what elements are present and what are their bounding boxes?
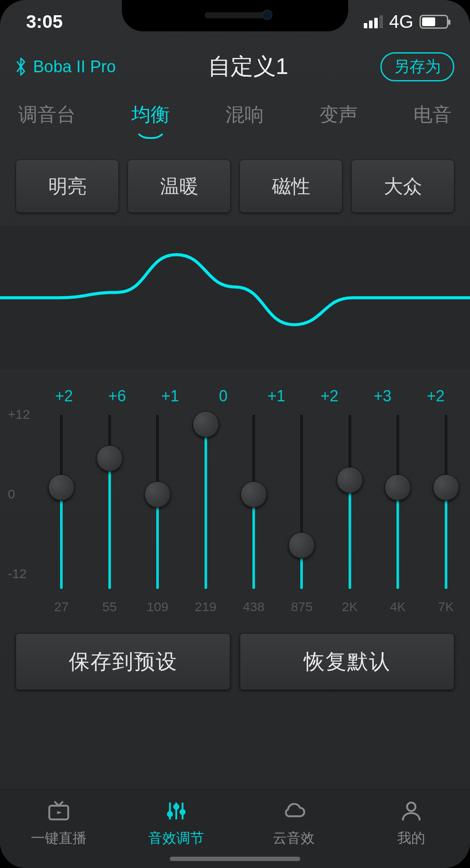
preset-button-2[interactable]: 磁性 [239, 160, 342, 213]
user-icon [399, 797, 424, 824]
battery-icon [420, 15, 448, 29]
nav-item-cloud[interactable]: 云音效 [235, 797, 352, 848]
nav-label: 一键直播 [31, 829, 87, 848]
eq-value-5: +2 [303, 387, 356, 405]
bluetooth-device[interactable]: Boba II Pro [13, 57, 116, 76]
nav-item-user[interactable]: 我的 [352, 797, 470, 848]
tab-1[interactable]: 均衡 [131, 102, 170, 136]
eq-value-2: +1 [144, 387, 197, 405]
eq-slider-0[interactable] [37, 415, 85, 589]
eq-slider-1[interactable] [85, 415, 133, 589]
action-row: 保存到预设 恢复默认 [0, 614, 470, 699]
eq-value-3: 0 [197, 387, 250, 405]
slider-thumb[interactable] [97, 445, 123, 471]
device-name: Boba II Pro [33, 57, 116, 76]
svg-point-7 [407, 803, 415, 811]
eq-slider-5[interactable] [278, 415, 326, 589]
slider-thumb[interactable] [144, 481, 171, 508]
eq-value-4: +1 [250, 387, 303, 405]
reset-default-button[interactable]: 恢复默认 [240, 633, 454, 690]
eq-value-1: +6 [91, 387, 144, 405]
slider-thumb[interactable] [193, 411, 219, 437]
eq-freq-0: 27 [37, 599, 85, 614]
eq-freq-3: 219 [181, 599, 229, 614]
svg-point-4 [168, 812, 172, 816]
eq-freq-6: 2K [326, 599, 374, 614]
preset-button-1[interactable]: 温暖 [128, 160, 231, 213]
save-preset-button[interactable]: 保存到预设 [16, 633, 230, 690]
nav-label: 音效调节 [148, 829, 204, 848]
tab-0[interactable]: 调音台 [18, 102, 76, 136]
home-indicator [170, 857, 300, 861]
tv-icon [46, 797, 71, 824]
eq-slider-2[interactable] [134, 415, 181, 589]
eq-freq-8: 7K [422, 599, 470, 614]
preset-button-3[interactable]: 大众 [351, 160, 454, 213]
eq-freq-4: 438 [230, 599, 278, 614]
svg-point-5 [174, 805, 178, 809]
eq-value-7: +2 [409, 387, 462, 405]
eq-value-6: +3 [356, 387, 409, 405]
slider-thumb[interactable] [48, 474, 74, 501]
bluetooth-icon [13, 57, 29, 76]
nav-label: 云音效 [273, 829, 315, 848]
nav-item-tv[interactable]: 一键直播 [0, 797, 118, 848]
slider-thumb[interactable] [385, 474, 411, 501]
eq-freq-5: 875 [278, 599, 326, 614]
nav-item-sliders[interactable]: 音效调节 [118, 797, 235, 848]
bottom-nav: 一键直播音效调节云音效我的 [0, 789, 470, 868]
slider-thumb[interactable] [241, 481, 267, 508]
cloud-icon [281, 797, 306, 824]
eq-slider-7[interactable] [374, 415, 422, 589]
status-time: 3:05 [26, 11, 63, 32]
slider-thumb[interactable] [337, 467, 363, 493]
signal-icon [364, 15, 383, 28]
sliders-icon [164, 797, 189, 824]
slider-thumb[interactable] [289, 532, 315, 558]
preset-row: 明亮温暖磁性大众 [0, 149, 470, 222]
preset-button-0[interactable]: 明亮 [16, 160, 119, 213]
eq-slider-8[interactable] [422, 415, 470, 589]
eq-freq-1: 55 [85, 599, 133, 614]
tab-3[interactable]: 变声 [319, 102, 358, 136]
eq-slider-4[interactable] [230, 415, 278, 589]
save-as-button[interactable]: 另存为 [380, 52, 454, 81]
eq-freq-2: 109 [134, 599, 181, 614]
network-label: 4G [389, 11, 413, 32]
eq-value-8: + [462, 387, 470, 405]
eq-value-0: +2 [37, 387, 91, 405]
page-title: 自定义1 [208, 51, 289, 82]
app-header: Boba II Pro 自定义1 另存为 [0, 44, 470, 93]
eq-slider-3[interactable] [181, 415, 229, 589]
effect-tabs: 调音台均衡混响变声电音 [0, 93, 470, 149]
eq-slider-6[interactable] [326, 415, 374, 589]
svg-point-6 [181, 810, 185, 814]
eq-freq-7: 4K [374, 599, 422, 614]
eq-curve [0, 226, 470, 370]
tab-2[interactable]: 混响 [225, 102, 264, 136]
tab-4[interactable]: 电音 [413, 102, 452, 136]
slider-thumb[interactable] [433, 474, 459, 501]
nav-label: 我的 [397, 829, 425, 848]
eq-sliders-area: +12 0 -12 +2+6+10+1+2+3+2+ 2755109219438… [0, 370, 470, 614]
